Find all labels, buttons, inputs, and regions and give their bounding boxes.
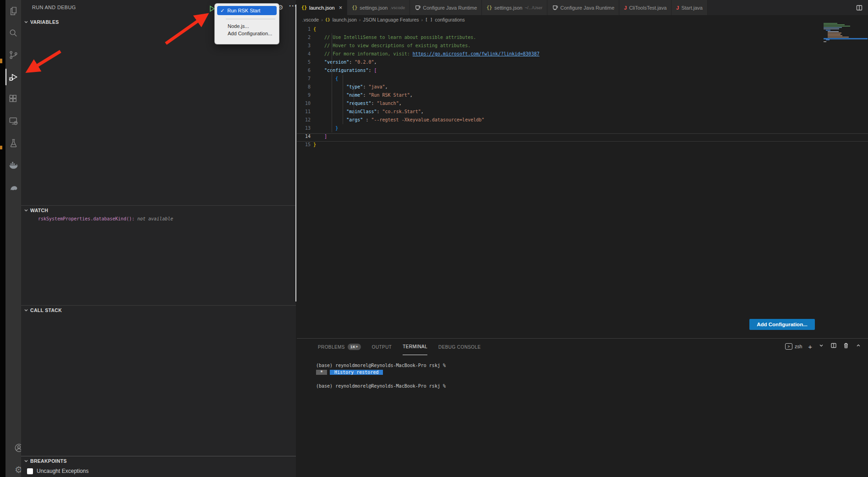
section-header[interactable]: WATCH — [21, 205, 296, 214]
current-line-highlight — [297, 133, 868, 142]
breakpoint-label: Uncaught Exceptions — [37, 468, 88, 474]
json-braces-icon: {} — [352, 5, 357, 10]
minimap-line — [826, 30, 830, 31]
minimap-line — [828, 34, 841, 35]
indent-guide — [343, 75, 343, 124]
tab-label: launch.json — [309, 5, 335, 11]
tab-start-java[interactable]: JStart.java — [671, 0, 708, 15]
line-number: 7 — [297, 75, 313, 83]
line-content: "args" : "--regtest -Xkeyvalue.datasourc… — [313, 116, 484, 124]
chevron-down-icon — [24, 308, 28, 313]
section-label: WATCH — [30, 208, 48, 213]
section-header[interactable]: BREAKPOINTS — [21, 456, 296, 465]
menu-item-add-configuration-[interactable]: Add Configuration... — [215, 30, 279, 37]
tab-settings-json[interactable]: {}settings.json.vscode — [347, 0, 410, 15]
breadcrumb-item[interactable]: launch.json — [333, 17, 357, 22]
docker-icon[interactable] — [5, 154, 21, 176]
editor-tab-bar: {}launch.json×{}settings.json.vscodeConf… — [297, 0, 868, 15]
close-icon[interactable]: × — [339, 4, 343, 11]
line-content: "type": "java", — [313, 83, 388, 91]
code-line: 7 { — [297, 75, 868, 83]
chevron-down-icon — [24, 20, 28, 24]
java-runtime-cup-icon — [552, 4, 558, 12]
code-line: 5 "version": "0.2.0", — [297, 58, 868, 66]
minimap-line — [824, 26, 850, 27]
terminal-line: (base) reynoldmorel@Reynolds-MacBook-Pro… — [316, 383, 859, 389]
panel-tab-problems[interactable]: PROBLEMS1K+ — [318, 339, 361, 355]
split-terminal-icon[interactable] — [830, 342, 837, 351]
testing-icon[interactable] — [5, 132, 21, 154]
panel-tab-label: DEBUG CONSOLE — [438, 345, 480, 350]
desktop-edge-mark — [0, 146, 2, 149]
terminal-line — [316, 376, 859, 383]
code-line: 2 // Use IntelliSense to learn about pos… — [297, 33, 868, 42]
code-line: 9 "name": "Run RSK Start", — [297, 91, 868, 99]
code-line: 1{ — [297, 25, 868, 33]
tab-settings-json[interactable]: {}settings.json~/.../User — [482, 0, 547, 15]
source-control-icon[interactable] — [5, 44, 21, 66]
menu-item-node-js-[interactable]: Node.js... — [215, 22, 279, 30]
editor-group: {}launch.json×{}settings.json.vscodeConf… — [297, 0, 868, 477]
breadcrumb-item[interactable]: JSON Language Features — [363, 17, 419, 22]
menu-item-run-rsk-start[interactable]: ✓Run RSK Start — [217, 6, 277, 15]
minimap[interactable] — [824, 23, 868, 44]
panel-actions: > zsh + — [785, 342, 862, 351]
tab-path-hint: .vscode — [390, 5, 405, 10]
extensions-icon[interactable] — [5, 88, 21, 110]
maximize-panel-chevron-icon[interactable] — [855, 342, 862, 351]
terminal-output[interactable]: (base) reynoldmorel@Reynolds-MacBook-Pro… — [316, 362, 859, 389]
tab-label: Configure Java Runtime — [423, 5, 477, 11]
tab-launch-json[interactable]: {}launch.json× — [297, 0, 347, 15]
line-number: 13 — [297, 124, 313, 132]
tab-configure-java-runtime[interactable]: Configure Java Runtime — [547, 0, 619, 15]
line-content: "name": "Run RSK Start", — [313, 91, 413, 99]
breakpoint-item[interactable]: Uncaught Exceptions — [21, 465, 296, 474]
tab-label: settings.json — [494, 5, 522, 11]
bottom-panel: PROBLEMS1K+OUTPUTTERMINALDEBUG CONSOLE >… — [297, 338, 868, 477]
search-icon[interactable] — [5, 22, 21, 44]
checkmark-icon: ✓ — [220, 8, 224, 14]
tab-label: settings.json — [360, 5, 388, 11]
panel-tab-terminal[interactable]: TERMINAL — [403, 339, 427, 355]
line-content: // Use IntelliSense to learn about possi… — [313, 33, 476, 42]
desktop-edge-mark — [0, 59, 2, 63]
java-file-icon: J — [624, 5, 627, 11]
breadcrumb-item[interactable]: configurations — [435, 17, 464, 22]
remote-explorer-icon[interactable] — [5, 110, 21, 132]
tab-clitoolstest-java[interactable]: JCliToolsTest.java — [619, 0, 671, 15]
explorer-icon[interactable] — [5, 0, 21, 22]
breadcrumb-separator: › — [421, 17, 423, 22]
breadcrumb-separator: › — [321, 17, 323, 22]
panel-tab-output[interactable]: OUTPUT — [372, 339, 392, 355]
panel-tab-label: OUTPUT — [372, 345, 392, 350]
add-configuration-button[interactable]: Add Configuration... — [749, 319, 815, 330]
tab-label: CliToolsTest.java — [629, 5, 666, 11]
section-header[interactable]: CALL STACK — [21, 305, 296, 314]
line-content: { — [313, 25, 316, 33]
breadcrumb[interactable]: .vscode›{}launch.json›JSON Language Feat… — [297, 15, 868, 24]
terminal-dropdown-chevron-icon[interactable] — [818, 342, 824, 351]
minimap-line — [828, 35, 842, 36]
uncaught-exceptions-checkbox[interactable] — [27, 468, 33, 474]
kill-terminal-trash-icon[interactable] — [843, 342, 849, 351]
watch-expression-row[interactable]: rskSystemProperties.databaseKind(): not … — [21, 214, 296, 221]
shell-label: zsh — [795, 344, 802, 349]
line-number: 2 — [297, 33, 313, 42]
problems-count-badge: 1K+ — [348, 344, 361, 350]
tab-label: Start.java — [681, 5, 702, 11]
watch-value: not available — [135, 216, 173, 221]
panel-tab-debug-console[interactable]: DEBUG CONSOLE — [438, 339, 480, 355]
gradle-icon[interactable] — [5, 176, 21, 198]
minimap-line — [828, 33, 841, 33]
line-number: 4 — [297, 50, 313, 58]
run-and-debug-icon[interactable] — [5, 66, 21, 88]
terminal-shell-selector[interactable]: > zsh — [785, 343, 802, 350]
line-number: 3 — [297, 42, 313, 50]
code-editor[interactable]: 1{2 // Use IntelliSense to learn about p… — [297, 24, 868, 149]
tab-configure-java-runtime[interactable]: Configure Java Runtime — [410, 0, 482, 15]
sidebar-resize-sash[interactable] — [295, 5, 296, 302]
json-braces-icon: {} — [486, 5, 492, 10]
new-terminal-icon[interactable]: + — [808, 343, 812, 350]
split-editor-icon[interactable] — [851, 0, 868, 15]
breadcrumb-item[interactable]: .vscode — [302, 17, 319, 22]
